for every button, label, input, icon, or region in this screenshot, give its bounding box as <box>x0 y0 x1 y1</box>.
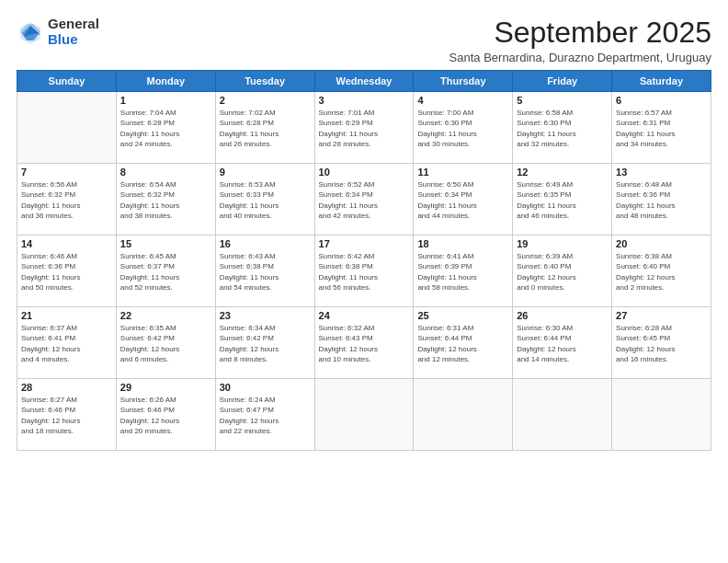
day-number: 2 <box>220 95 311 106</box>
calendar-cell: 12Sunrise: 6:49 AMSunset: 6:35 PMDayligh… <box>513 164 612 236</box>
calendar-cell: 2Sunrise: 7:02 AMSunset: 6:28 PMDaylight… <box>215 92 314 164</box>
logo-icon <box>17 18 44 46</box>
calendar-cell: 25Sunrise: 6:31 AMSunset: 6:44 PMDayligh… <box>414 307 513 379</box>
day-number: 8 <box>120 167 211 178</box>
calendar-cell: 6Sunrise: 6:57 AMSunset: 6:31 PMDaylight… <box>612 92 711 164</box>
day-number: 15 <box>120 238 211 249</box>
day-info: Sunrise: 7:02 AMSunset: 6:28 PMDaylight:… <box>220 108 311 149</box>
day-number: 6 <box>616 95 707 106</box>
calendar-cell: 14Sunrise: 6:46 AMSunset: 6:36 PMDayligh… <box>17 236 117 307</box>
header-wednesday: Wednesday <box>314 71 414 92</box>
day-number: 21 <box>21 310 112 321</box>
header-sunday: Sunday <box>17 71 117 92</box>
day-info: Sunrise: 6:32 AMSunset: 6:43 PMDaylight:… <box>319 323 410 364</box>
header: General Blue September 2025 Santa Bernar… <box>17 17 711 64</box>
title-block: September 2025 Santa Bernardina, Durazno… <box>449 17 711 64</box>
calendar-cell <box>414 379 513 451</box>
calendar-cell: 10Sunrise: 6:52 AMSunset: 6:34 PMDayligh… <box>314 164 414 236</box>
day-number: 13 <box>616 167 707 178</box>
day-info: Sunrise: 6:42 AMSunset: 6:38 PMDaylight:… <box>319 251 410 293</box>
calendar-cell: 5Sunrise: 6:58 AMSunset: 6:30 PMDaylight… <box>513 92 612 164</box>
calendar-cell: 30Sunrise: 6:24 AMSunset: 6:47 PMDayligh… <box>215 379 314 451</box>
day-number: 9 <box>220 167 311 178</box>
day-info: Sunrise: 7:04 AMSunset: 6:28 PMDaylight:… <box>120 108 211 149</box>
calendar-cell: 29Sunrise: 6:26 AMSunset: 6:46 PMDayligh… <box>116 379 215 451</box>
day-number: 16 <box>220 238 311 249</box>
location-subtitle: Santa Bernardina, Durazno Department, Ur… <box>449 51 711 64</box>
day-info: Sunrise: 7:01 AMSunset: 6:29 PMDaylight:… <box>319 108 410 149</box>
day-info: Sunrise: 6:28 AMSunset: 6:45 PMDaylight:… <box>616 323 707 364</box>
calendar-cell: 21Sunrise: 6:37 AMSunset: 6:41 PMDayligh… <box>17 307 117 379</box>
calendar-cell: 16Sunrise: 6:43 AMSunset: 6:38 PMDayligh… <box>215 236 314 307</box>
day-number: 19 <box>517 238 608 249</box>
calendar-cell <box>612 379 711 451</box>
calendar-table: Sunday Monday Tuesday Wednesday Thursday… <box>17 70 711 451</box>
day-info: Sunrise: 6:57 AMSunset: 6:31 PMDaylight:… <box>616 108 707 149</box>
day-info: Sunrise: 6:53 AMSunset: 6:33 PMDaylight:… <box>220 179 311 221</box>
calendar-cell: 17Sunrise: 6:42 AMSunset: 6:38 PMDayligh… <box>314 236 414 307</box>
calendar-cell: 27Sunrise: 6:28 AMSunset: 6:45 PMDayligh… <box>612 307 711 379</box>
day-number: 3 <box>319 95 410 106</box>
day-number: 17 <box>319 238 410 249</box>
day-info: Sunrise: 6:45 AMSunset: 6:37 PMDaylight:… <box>120 251 211 293</box>
day-number: 20 <box>616 238 707 249</box>
calendar-cell: 26Sunrise: 6:30 AMSunset: 6:44 PMDayligh… <box>513 307 612 379</box>
calendar-body: 1Sunrise: 7:04 AMSunset: 6:28 PMDaylight… <box>17 92 711 451</box>
day-number: 10 <box>319 167 410 178</box>
day-info: Sunrise: 6:58 AMSunset: 6:30 PMDaylight:… <box>517 108 608 149</box>
calendar-cell: 22Sunrise: 6:35 AMSunset: 6:42 PMDayligh… <box>116 307 215 379</box>
header-thursday: Thursday <box>414 71 513 92</box>
calendar-cell: 23Sunrise: 6:34 AMSunset: 6:42 PMDayligh… <box>215 307 314 379</box>
page: General Blue September 2025 Santa Bernar… <box>0 0 728 563</box>
header-saturday: Saturday <box>612 71 711 92</box>
day-info: Sunrise: 6:49 AMSunset: 6:35 PMDaylight:… <box>517 179 608 221</box>
day-info: Sunrise: 6:35 AMSunset: 6:42 PMDaylight:… <box>120 323 211 364</box>
day-number: 5 <box>517 95 608 106</box>
day-info: Sunrise: 7:00 AMSunset: 6:30 PMDaylight:… <box>417 108 508 149</box>
calendar-cell: 4Sunrise: 7:00 AMSunset: 6:30 PMDaylight… <box>414 92 513 164</box>
day-info: Sunrise: 6:41 AMSunset: 6:39 PMDaylight:… <box>417 251 508 293</box>
calendar-cell <box>314 379 414 451</box>
calendar-cell: 28Sunrise: 6:27 AMSunset: 6:46 PMDayligh… <box>17 379 117 451</box>
calendar-cell: 1Sunrise: 7:04 AMSunset: 6:28 PMDaylight… <box>116 92 215 164</box>
calendar-cell: 8Sunrise: 6:54 AMSunset: 6:32 PMDaylight… <box>116 164 215 236</box>
day-number: 25 <box>417 310 508 321</box>
day-info: Sunrise: 6:39 AMSunset: 6:40 PMDaylight:… <box>517 251 608 293</box>
day-info: Sunrise: 6:31 AMSunset: 6:44 PMDaylight:… <box>417 323 508 364</box>
day-info: Sunrise: 6:37 AMSunset: 6:41 PMDaylight:… <box>21 323 112 364</box>
calendar-week-2: 7Sunrise: 6:56 AMSunset: 6:32 PMDaylight… <box>17 164 711 236</box>
day-info: Sunrise: 6:50 AMSunset: 6:34 PMDaylight:… <box>417 179 508 221</box>
day-info: Sunrise: 6:27 AMSunset: 6:46 PMDaylight:… <box>21 395 112 436</box>
calendar-week-1: 1Sunrise: 7:04 AMSunset: 6:28 PMDaylight… <box>17 92 711 164</box>
month-title: September 2025 <box>449 17 711 49</box>
calendar-cell: 11Sunrise: 6:50 AMSunset: 6:34 PMDayligh… <box>414 164 513 236</box>
logo: General Blue <box>17 17 99 47</box>
calendar-cell: 24Sunrise: 6:32 AMSunset: 6:43 PMDayligh… <box>314 307 414 379</box>
header-monday: Monday <box>116 71 215 92</box>
day-number: 1 <box>120 95 211 106</box>
day-info: Sunrise: 6:54 AMSunset: 6:32 PMDaylight:… <box>120 179 211 221</box>
day-info: Sunrise: 6:56 AMSunset: 6:32 PMDaylight:… <box>21 179 112 221</box>
calendar-cell: 19Sunrise: 6:39 AMSunset: 6:40 PMDayligh… <box>513 236 612 307</box>
calendar-cell: 18Sunrise: 6:41 AMSunset: 6:39 PMDayligh… <box>414 236 513 307</box>
day-number: 12 <box>517 167 608 178</box>
day-info: Sunrise: 6:46 AMSunset: 6:36 PMDaylight:… <box>21 251 112 293</box>
day-info: Sunrise: 6:48 AMSunset: 6:36 PMDaylight:… <box>616 179 707 221</box>
calendar-cell: 15Sunrise: 6:45 AMSunset: 6:37 PMDayligh… <box>116 236 215 307</box>
logo-general-text: General <box>48 17 99 32</box>
day-number: 30 <box>220 382 311 393</box>
day-number: 14 <box>21 238 112 249</box>
logo-text: General Blue <box>48 17 99 47</box>
calendar-cell: 3Sunrise: 7:01 AMSunset: 6:29 PMDaylight… <box>314 92 414 164</box>
day-number: 29 <box>120 382 211 393</box>
day-info: Sunrise: 6:52 AMSunset: 6:34 PMDaylight:… <box>319 179 410 221</box>
day-number: 23 <box>220 310 311 321</box>
calendar-header: Sunday Monday Tuesday Wednesday Thursday… <box>17 71 711 92</box>
day-info: Sunrise: 6:43 AMSunset: 6:38 PMDaylight:… <box>220 251 311 293</box>
day-number: 28 <box>21 382 112 393</box>
weekday-header-row: Sunday Monday Tuesday Wednesday Thursday… <box>17 71 711 92</box>
day-info: Sunrise: 6:30 AMSunset: 6:44 PMDaylight:… <box>517 323 608 364</box>
logo-blue-text: Blue <box>48 32 99 48</box>
calendar-cell: 20Sunrise: 6:38 AMSunset: 6:40 PMDayligh… <box>612 236 711 307</box>
calendar-cell: 9Sunrise: 6:53 AMSunset: 6:33 PMDaylight… <box>215 164 314 236</box>
